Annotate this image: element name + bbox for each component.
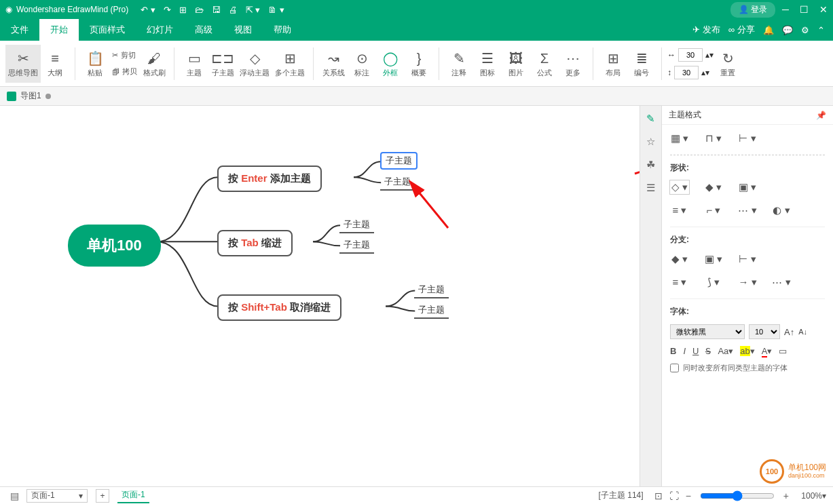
font-size-select[interactable]: 10 [749,324,780,339]
calendar-tab-icon[interactable]: ☰ [644,180,659,195]
branch-fill-icon[interactable]: ◆ ▾ [670,252,689,266]
subtopic-1-1[interactable]: 子主题 [380,152,418,170]
formula-button[interactable]: Σ公式 [530,45,559,83]
undo-icon[interactable]: ↶ ▾ [141,5,155,15]
numbering-button[interactable]: ≣编号 [627,45,656,83]
tab-view[interactable]: 视图 [223,19,263,41]
topic-tab[interactable]: 按 Tab 缩进 [217,230,293,256]
mindmap-view-button[interactable]: ✂思维导图 [5,45,41,83]
login-button[interactable]: 👤 登录 [730,2,775,18]
export-icon[interactable]: ⇱ ▾ [246,5,261,15]
layout-style-3-icon[interactable]: ⊢ ▾ [738,132,757,145]
tab-page-style[interactable]: 页面样式 [79,19,136,41]
height-stepper-icon[interactable]: ▴▾ [701,68,709,77]
print-icon[interactable]: 🖨 [229,5,238,15]
close-icon[interactable]: ✕ [819,4,828,15]
theme-format-tab-icon[interactable]: ✎ [644,111,659,126]
height-input[interactable] [674,66,699,79]
new-icon[interactable]: ⊞ [179,5,187,15]
tab-advanced[interactable]: 高级 [184,19,223,41]
feedback-icon[interactable]: 💬 [782,25,793,35]
comment-button[interactable]: ✎注释 [445,45,473,83]
topic-button[interactable]: ▭主题 [180,45,208,83]
zoom-dropdown-icon[interactable]: ▾ [822,491,826,501]
layout-style-1-icon[interactable]: ▦ ▾ [670,132,689,145]
fullscreen-icon[interactable]: ⛶ [669,490,679,501]
zoom-out-icon[interactable]: − [686,490,691,501]
publish-button[interactable]: ✈ 发布 [692,24,720,36]
branch-dash-icon[interactable]: ⋯ ▾ [772,275,791,289]
apply-all-checkbox[interactable]: 同时改变所有同类型主题的字体 [670,363,825,373]
clover-tab-icon[interactable]: ☘ [644,157,659,172]
redo-icon[interactable]: ↷ [164,5,171,15]
format-painter-button[interactable]: 🖌格式刷 [140,45,168,83]
doc-tab-1[interactable]: 导图1 [7,90,51,102]
page-list-icon[interactable]: ▤ [10,490,19,501]
corner-style-icon[interactable]: ⌐ ▾ [704,203,723,217]
width-input[interactable] [678,48,703,62]
collapse-ribbon-icon[interactable]: ⌃ [817,25,825,35]
open-icon[interactable]: 🗁 [195,5,204,15]
save-icon[interactable]: 🖫 [212,5,221,15]
canvas[interactable]: 单机100 按 Enter 添加主题 按 Tab 缩进 按 Shift+Tab … [0,106,640,486]
notifications-icon[interactable]: 🔔 [763,25,774,35]
page-selector[interactable]: 页面-1▾ [26,489,88,503]
icon-button[interactable]: ☰图标 [473,45,502,83]
callout-button[interactable]: ⊙标注 [348,45,376,83]
boundary-button[interactable]: ◯外框 [376,45,405,83]
underline-button[interactable]: U [692,346,699,356]
root-node[interactable]: 单机100 [68,225,161,267]
subtopic-3-2[interactable]: 子主题 [414,303,449,319]
font-decrease-icon[interactable]: A↓ [798,328,807,336]
subtopic-1-2[interactable]: 子主题 [380,174,415,191]
font-family-select[interactable]: 微软雅黑 [670,324,745,339]
zoom-slider[interactable] [700,490,775,501]
page-tab[interactable]: 页面-1 [117,488,149,503]
cut-button[interactable]: ✂剪切 [109,47,140,64]
topic-enter[interactable]: 按 Enter 添加主题 [217,166,322,192]
highlight-button[interactable]: ab▾ [740,346,754,356]
shape-color-icon[interactable]: ◆ ▾ [704,180,723,194]
summary-button[interactable]: }概要 [405,45,433,83]
subtopic-button[interactable]: ⊏⊐子主题 [208,45,237,83]
font-color-button[interactable]: A▾ [762,346,773,356]
layout-style-2-icon[interactable]: ⊓ ▾ [704,132,723,145]
italic-button[interactable]: I [683,346,686,356]
more-button[interactable]: ⋯更多 [559,45,587,83]
width-stepper-icon[interactable]: ▴▾ [705,50,714,60]
text-case-button[interactable]: Aa▾ [718,346,733,356]
font-increase-icon[interactable]: A↑ [784,327,794,337]
shadow-icon[interactable]: ◐ ▾ [772,203,791,217]
line-style-icon[interactable]: ≡ ▾ [670,203,689,217]
shape-border-icon[interactable]: ▣ ▾ [738,180,757,194]
add-page-button[interactable]: + [96,489,109,503]
dash-style-icon[interactable]: ⋯ ▾ [738,203,757,217]
tab-help[interactable]: 帮助 [263,19,302,41]
branch-line-icon[interactable]: ≡ ▾ [670,275,689,289]
outline-view-button[interactable]: ≡大纲 [41,45,69,83]
share-icon[interactable]: 🗎 ▾ [268,5,284,15]
clear-format-button[interactable]: ▭ [779,346,787,356]
topic-shift-tab[interactable]: 按 Shift+Tab 取消缩进 [217,294,341,321]
shape-fill-icon[interactable]: ◇ ▾ [670,180,689,194]
tab-file[interactable]: 文件 [0,19,39,41]
branch-arrow-icon[interactable]: → ▾ [738,275,757,289]
branch-connector-icon[interactable]: ⊢ ▾ [738,252,757,266]
reset-button[interactable]: ↻重置 [714,45,742,83]
bold-button[interactable]: B [670,346,676,356]
strike-button[interactable]: S̶ [705,346,711,356]
star-tab-icon[interactable]: ☆ [644,134,659,149]
fit-view-icon[interactable]: ⊡ [654,490,663,501]
tab-start[interactable]: 开始 [39,19,79,41]
maximize-icon[interactable]: ☐ [800,4,809,15]
floating-topic-button[interactable]: ◇浮动主题 [237,45,272,83]
branch-border-icon[interactable]: ▣ ▾ [704,252,723,266]
copy-button[interactable]: 🗐拷贝 [109,64,140,80]
subtopic-2-1[interactable]: 子主题 [339,217,374,233]
subtopic-3-1[interactable]: 子主题 [414,282,449,298]
subtopic-2-2[interactable]: 子主题 [339,237,374,254]
settings-icon[interactable]: ⚙ [801,25,809,35]
share-button[interactable]: ∞ 分享 [728,24,755,36]
tab-slideshow[interactable]: 幻灯片 [136,19,184,41]
panel-pin-icon[interactable]: 📌 [816,111,826,120]
